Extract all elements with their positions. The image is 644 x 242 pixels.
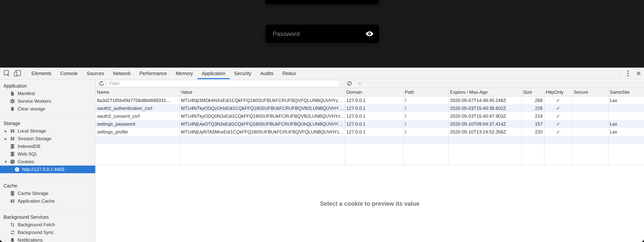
sidebar-item-label: Manifest [18, 91, 35, 96]
tab-network[interactable]: Network [109, 68, 135, 79]
column-header-path[interactable]: Path [403, 89, 448, 95]
column-resize-handle[interactable] [403, 88, 404, 165]
sidebar-item-label: Session Storage [18, 136, 51, 141]
column-resize-handle[interactable] [522, 88, 522, 165]
filter-input[interactable] [107, 80, 340, 87]
tab-security[interactable]: Security [230, 68, 256, 79]
tab-redux[interactable]: Redux [278, 68, 300, 79]
cookie-path: / [403, 129, 448, 135]
sidebar-item-session-storage[interactable]: ▶ Session Storage [0, 135, 95, 143]
sidebar-item-application-cache[interactable]: Application Cache [0, 197, 95, 205]
table-row[interactable]: 8a3d27185b49d7758d8bb669331… MTU4NjI3MDk… [96, 96, 644, 104]
application-sidebar: Application Manifest Service Workers Cle… [0, 79, 96, 242]
table-row[interactable]: settings_profile MTU4NjUyNTA5MnxEdi1CQkF… [96, 128, 644, 136]
column-resize-handle[interactable] [448, 88, 449, 165]
inspect-element-icon[interactable] [2, 68, 12, 79]
tab-sources[interactable]: Sources [82, 68, 109, 79]
sidebar-item-cache-storage[interactable]: Cache Storage [0, 190, 95, 197]
sidebar-item-web-sql[interactable]: Web SQL [0, 150, 95, 158]
sidebar-item-manifest[interactable]: Manifest [0, 90, 95, 97]
sidebar-item-background-fetch[interactable]: Background Fetch [0, 221, 95, 228]
column-header-value[interactable]: Value [180, 89, 345, 95]
section-title: Application [0, 82, 95, 90]
password-input[interactable] [272, 30, 365, 38]
section-title: Storage [0, 119, 95, 127]
sidebar-item-label: IndexedDB [18, 144, 40, 149]
tabbar-right-controls [618, 68, 644, 79]
cookie-httponly-check: ✓ [544, 129, 572, 135]
database-icon [10, 191, 15, 196]
text-input-partial[interactable] [266, 0, 379, 4]
column-header-domain[interactable]: Domain [345, 89, 403, 95]
sidebar-item-notifications[interactable]: Notifications [0, 236, 95, 242]
column-header-name[interactable]: Name [96, 89, 180, 95]
sidebar-item-cookies[interactable]: ▼ Cookies [0, 158, 95, 166]
cookie-size: 157 [522, 122, 544, 127]
sidebar-item-service-workers[interactable]: Service Workers [0, 97, 95, 105]
table-row[interactable]: settings_password MTU4NjUwOTQ3N3xEdi1CQk… [96, 120, 644, 128]
cookie-httponly-check: ✓ [544, 98, 572, 103]
sidebar-item-cookie-origin[interactable]: http://127.0.0.1:4455 [0, 166, 95, 173]
cookie-path: / [403, 122, 448, 127]
column-header-expires[interactable]: Expires / Max-Age [448, 89, 522, 95]
table-row[interactable]: oauth2_consent_csrf MTU4NTkyODQ0N3xEdi1C… [96, 112, 644, 120]
tab-performance[interactable]: Performance [135, 68, 171, 79]
sidebar-item-clear-storage[interactable]: Clear storage [0, 105, 95, 113]
sidebar-section-cache: Cache Cache Storage Application Cache [0, 179, 95, 210]
refresh-icon[interactable] [99, 81, 105, 87]
cookie-name: settings_profile [96, 129, 180, 135]
column-header-httponly[interactable]: HttpOnly [544, 89, 572, 95]
devtools-tabs: Elements Console Sources Network Perform… [27, 68, 300, 79]
cookie-name: settings_password [96, 122, 180, 127]
delete-selected-icon[interactable] [357, 81, 362, 86]
table-icon [10, 136, 15, 141]
column-resize-handle[interactable] [345, 88, 345, 165]
eye-icon[interactable] [365, 31, 374, 37]
password-field[interactable] [266, 25, 379, 43]
cookie-expires: 2020-05-07T14:49:45.248Z [448, 98, 522, 103]
cookies-pane: Name Value Domain Path Expires / Max-Age… [96, 79, 644, 242]
column-header-secure[interactable]: Secure [572, 89, 608, 95]
fetch-arrows-icon [10, 222, 15, 227]
device-toolbar-icon[interactable] [12, 68, 23, 79]
cookie-name: 8a3d27185b49d7758d8bb669331… [96, 98, 180, 103]
collapsed-arrow-icon[interactable]: ▶ [4, 137, 10, 141]
sidebar-item-local-storage[interactable]: ▶ Local Storage [0, 127, 95, 135]
sidebar-item-label: Cookies [18, 159, 34, 164]
sidebar-item-label: Cache Storage [18, 191, 48, 196]
tab-application[interactable]: Application [198, 68, 230, 79]
close-devtools-icon[interactable] [633, 68, 644, 79]
sidebar-item-label: Clear storage [18, 106, 45, 111]
cookie-domain: 127.0.0.1 [345, 98, 403, 103]
tab-elements[interactable]: Elements [27, 68, 56, 79]
cookie-httponly-check: ✓ [544, 113, 572, 119]
clear-all-cookies-icon[interactable] [347, 81, 352, 86]
sidebar-item-label: Local Storage [18, 128, 46, 134]
column-resize-handle[interactable] [572, 88, 572, 165]
cookie-value: MTU4NjI3MDk4NXxEdi1CQkFFQ180SUFBUkFCRUFB… [180, 98, 345, 103]
toolbar-divider [344, 81, 344, 86]
cookie-size: 219 [522, 113, 544, 119]
tab-audits[interactable]: Audits [256, 68, 278, 79]
column-header-samesite[interactable]: SameSite [608, 89, 644, 95]
cookie-samesite: Lax [608, 122, 644, 127]
collapsed-arrow-icon[interactable]: ▶ [4, 129, 10, 133]
sidebar-item-indexeddb[interactable]: IndexedDB [0, 143, 95, 150]
column-header-size[interactable]: Size [522, 89, 544, 95]
section-title: Background Services [0, 213, 95, 221]
cookie-httponly-check: ✓ [544, 122, 572, 127]
sidebar-item-label: Service Workers [18, 98, 51, 104]
table-icon [10, 128, 15, 134]
sidebar-item-label: Web SQL [18, 151, 38, 157]
expanded-arrow-icon[interactable]: ▼ [4, 160, 10, 164]
tab-console[interactable]: Console [56, 68, 82, 79]
tab-memory[interactable]: Memory [171, 68, 197, 79]
kebab-menu-icon[interactable] [622, 68, 633, 79]
cookie-domain: 127.0.0.1 [345, 122, 403, 127]
table-row[interactable]: oauth2_authentication_csrf MTU4NTkyODQzO… [96, 104, 644, 112]
cookie-name: oauth2_consent_csrf [96, 113, 180, 119]
webpage-background [0, 0, 644, 68]
sidebar-item-background-sync[interactable]: Background Sync [0, 228, 95, 236]
cookie-value: MTU4NjUwOTQ3N3xEdi1CQkFFQ180SUFBUkFCRUFB… [180, 122, 345, 127]
sidebar-item-label: Notifications [18, 237, 43, 242]
